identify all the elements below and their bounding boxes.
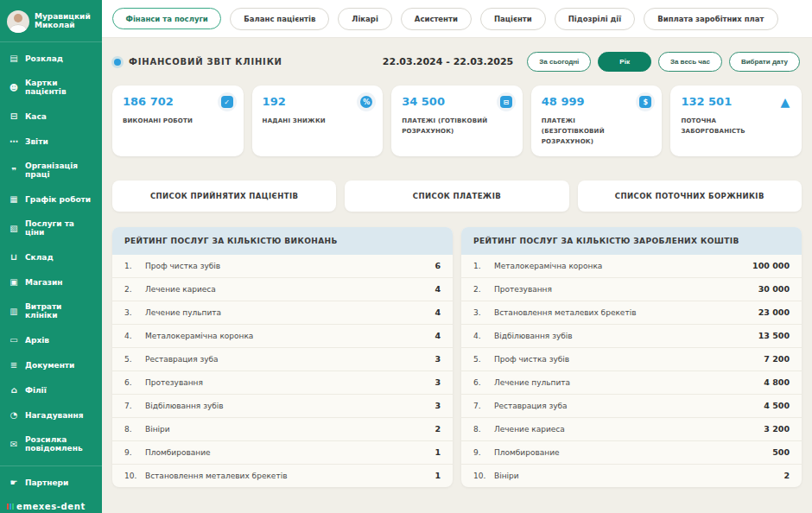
service-name: Лечение кариеса xyxy=(494,425,764,434)
sidebar-item[interactable]: ▥ Витрати клініки xyxy=(0,294,102,327)
service-name: Реставрация зуба xyxy=(494,402,764,410)
sidebar-item[interactable]: ▧ Послуги та ціни xyxy=(0,212,102,244)
service-name: Пломбирование xyxy=(494,448,772,457)
rank-number: 6. xyxy=(473,378,494,387)
tab[interactable]: Лікарі xyxy=(338,8,391,30)
sidebar-item[interactable]: ✉ Розсилка повідомлень xyxy=(0,428,102,460)
sidebar-item[interactable]: ▦ Графік роботи xyxy=(0,187,102,212)
sidebar-item-label: Магазин xyxy=(25,278,63,287)
ranking-panel: РЕЙТИНГ ПОСЛУГ ЗА КІЛЬКІСТЮ ЗАРОБЛЕНИХ К… xyxy=(461,227,802,487)
tab[interactable]: Баланс пацієнтів xyxy=(230,8,329,30)
rank-number: 8. xyxy=(473,425,494,434)
top-tab-bar: Фінанси та послуги Баланс пацієнтів Ліка… xyxy=(102,0,812,38)
service-name: Протезування xyxy=(494,285,758,294)
rank-number: 3. xyxy=(124,308,145,317)
sidebar-item[interactable]: ⌂ Філії xyxy=(0,377,102,402)
sidebar-item[interactable]: ⊟ Каса xyxy=(0,104,102,129)
main-area: Фінанси та послуги Баланс пацієнтів Ліка… xyxy=(102,0,812,513)
sidebar-item[interactable]: ☻ Картки пацієнтів xyxy=(0,71,102,104)
service-value: 13 500 xyxy=(758,331,790,340)
logo-text: emexes-dent xyxy=(16,502,86,511)
service-value: 3 xyxy=(435,354,441,364)
sidebar-item[interactable]: ◔ Нагадування xyxy=(0,402,102,428)
rank-number: 4. xyxy=(124,332,145,340)
ranking-row: 10.Вініри2 xyxy=(461,465,802,487)
service-value: 2 xyxy=(435,424,441,434)
service-value: 4 xyxy=(435,284,441,294)
sidebar-item[interactable]: ▤ Розклад xyxy=(0,46,102,71)
tab[interactable]: Асистенти xyxy=(401,8,472,30)
list-button[interactable]: СПИСОК ПОТОЧНИХ БОРЖНИКІВ xyxy=(578,180,802,212)
service-name: Пломбирование xyxy=(145,448,435,457)
service-name: Відбілювання зубів xyxy=(145,402,435,410)
service-value: 3 200 xyxy=(764,424,790,434)
service-name: Металокерамічна коронка xyxy=(494,262,752,270)
ranking-row: 2.Протезування30 000 xyxy=(461,278,802,301)
service-value: 4 xyxy=(435,307,441,317)
page-title: ФІНАНСОВИЙ ЗВІТ КЛІНІКИ xyxy=(129,57,282,66)
date-filter-button[interactable]: За весь час xyxy=(658,52,722,72)
service-value: 7 200 xyxy=(764,354,790,364)
ranking-row: 8.Вініри2 xyxy=(112,418,453,441)
sidebar-item-label: Звіти xyxy=(25,137,48,146)
user-profile[interactable]: Муравицкий Миколай xyxy=(0,7,102,42)
sidebar-item-label: Партнери xyxy=(25,478,68,487)
sidebar-item-label: Послуги та ціни xyxy=(25,219,93,237)
list-buttons-row: СПИСОК ПРИЙНЯТИХ ПАЦІЄНТІВ СПИСОК ПЛАТЕЖ… xyxy=(112,180,802,212)
tab[interactable]: Пацієнти xyxy=(480,8,546,30)
sidebar-item-label: Склад xyxy=(25,253,54,262)
service-name: Проф чистка зубів xyxy=(145,262,435,270)
service-value: 6 xyxy=(435,261,441,270)
service-name: Встановлення металевих брекетів xyxy=(145,472,435,480)
date-filter-button[interactable]: Рік xyxy=(598,52,651,72)
sidebar-item-icon: ⋯ xyxy=(9,136,19,146)
rankings: РЕЙТИНГ ПОСЛУГ ЗА КІЛЬКІСТЮ ВИКОНАНЬ 1.П… xyxy=(112,227,802,487)
sidebar-item[interactable]: ▭ Архів xyxy=(0,327,102,352)
sidebar-item-label: Організація праці xyxy=(25,162,93,179)
sidebar-item-icon: ▤ xyxy=(9,54,19,63)
ranking-title: РЕЙТИНГ ПОСЛУГ ЗА КІЛЬКІСТЮ ЗАРОБЛЕНИХ К… xyxy=(461,227,802,255)
kpi-label: ПЛАТЕЖІ (ГОТІВКОВИЙ РОЗРАХУНОК) xyxy=(402,117,498,137)
sidebar-item-label: Графік роботи xyxy=(25,195,91,204)
list-button[interactable]: СПИСОК ПЛАТЕЖІВ xyxy=(345,180,568,212)
service-name: Реставрация зуба xyxy=(145,355,435,364)
date-filter-button[interactable]: Вибрати дату xyxy=(729,52,800,72)
kpi-label: ПЛАТЕЖІ (БЕЗГОТІВКОВИЙ РОЗРАХУНОК) xyxy=(542,117,638,148)
rank-number: 5. xyxy=(473,355,494,364)
kpi-value: 186 702 xyxy=(123,95,233,108)
tab[interactable]: Підозрілі дії xyxy=(555,8,635,30)
sidebar-item[interactable]: ⊔ Склад xyxy=(0,244,102,269)
tab[interactable]: Виплата заробітних плат xyxy=(644,8,777,30)
kpi-value: 192 xyxy=(263,95,373,108)
sidebar-item-icon: ▧ xyxy=(9,224,19,233)
sidebar-item-icon: ▣ xyxy=(9,277,19,287)
sidebar-item-icon: ✉ xyxy=(9,440,19,449)
tab[interactable]: Фінанси та послуги xyxy=(112,8,221,29)
rank-number: 6. xyxy=(124,378,145,387)
list-button[interactable]: СПИСОК ПРИЙНЯТИХ ПАЦІЄНТІВ xyxy=(112,180,336,212)
service-value: 2 xyxy=(783,471,790,480)
bullet-dot-icon xyxy=(114,59,121,66)
ranking-row: 3.Лечение пульпита4 xyxy=(112,301,453,325)
kpi-icon: % xyxy=(357,92,376,111)
sidebar-item[interactable]: ▣ Магазин xyxy=(0,269,102,294)
kpi-icon: ▲ xyxy=(776,92,795,111)
kpi-label: НАДАНІ ЗНИЖКИ xyxy=(263,117,359,127)
service-name: Лечение пульпита xyxy=(494,378,764,387)
ranking-row: 4.Відбілювання зубів13 500 xyxy=(461,325,802,348)
report-header: ФІНАНСОВИЙ ЗВІТ КЛІНІКИ 22.03.2024 - 22.… xyxy=(114,52,800,72)
service-value: 3 xyxy=(435,401,441,410)
sidebar-item[interactable]: ⋯ Звіти xyxy=(0,129,102,154)
sidebar-item[interactable]: ≡ Документи xyxy=(0,352,102,377)
ranking-row: 1.Проф чистка зубів6 xyxy=(112,255,453,278)
sidebar-item-label: Картки пацієнтів xyxy=(25,79,93,96)
sidebar-item[interactable]: ❞ Організація праці xyxy=(0,154,102,187)
sidebar-item[interactable]: ☛ Партнери xyxy=(0,466,102,495)
app-logo: emexes-dent xyxy=(0,495,102,513)
kpi-card: 192 НАДАНІ ЗНИЖКИ % xyxy=(252,86,384,156)
kpi-label: ВИКОНАНІ РОБОТИ xyxy=(123,117,219,127)
date-filter-button[interactable]: За сьогодні xyxy=(527,52,591,72)
sidebar-item-icon: ≡ xyxy=(9,360,19,370)
sidebar-item-label: Архів xyxy=(25,336,49,345)
rank-number: 2. xyxy=(124,285,145,294)
